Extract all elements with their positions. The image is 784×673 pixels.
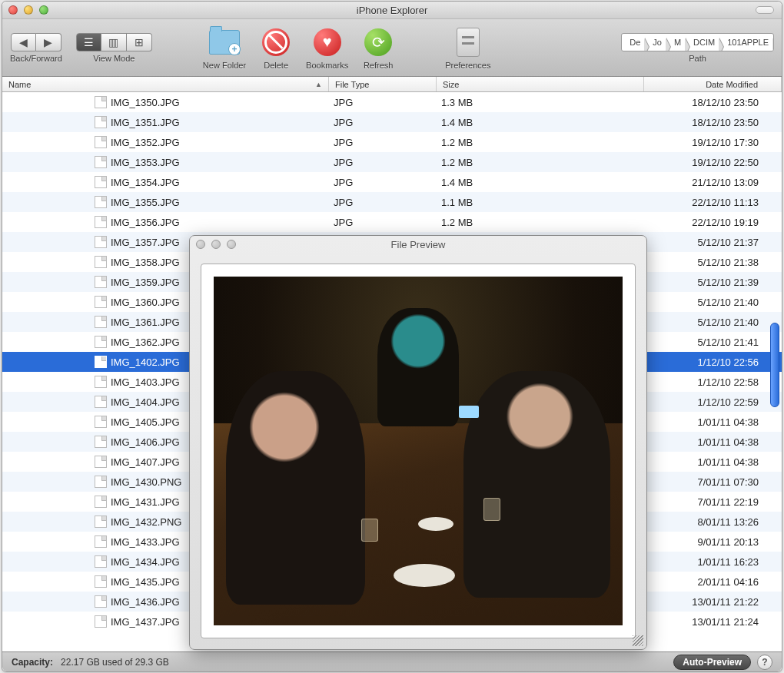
header-size[interactable]: Size [437, 77, 644, 91]
header-name[interactable]: Name▲ [2, 77, 329, 91]
file-size: 1.4 MB [437, 177, 644, 188]
file-icon [95, 176, 107, 188]
breadcrumb[interactable]: DeJoMDCIM101APPLE [621, 33, 774, 51]
icon-view-button[interactable]: ⊞ [127, 33, 152, 51]
column-view-button[interactable]: ▥ [101, 33, 127, 51]
delete-button[interactable]: Delete [260, 26, 292, 70]
file-name: IMG_1357.JPG [111, 237, 180, 248]
capacity-value: 22.17 GB used of 29.3 GB [61, 657, 169, 668]
file-icon [95, 615, 107, 628]
file-icon [95, 476, 107, 488]
toolbar-toggle-icon[interactable] [756, 6, 774, 14]
folder-plus-icon [209, 30, 240, 55]
preview-titlebar[interactable]: File Preview [190, 236, 646, 253]
file-icon [95, 96, 107, 108]
file-name: IMG_1434.JPG [111, 556, 180, 568]
file-name: IMG_1407.JPG [111, 456, 180, 468]
toolbar: ◀ ▶ Back/Forward ☰ ▥ ⊞ View Mode New Fol… [2, 19, 782, 77]
window-title: iPhone Explorer [2, 5, 782, 16]
minimize-icon[interactable] [24, 5, 33, 15]
titlebar: iPhone Explorer [2, 2, 782, 19]
file-icon [95, 376, 107, 388]
file-name: IMG_1406.JPG [111, 436, 180, 448]
file-date: 5/12/10 21:41 [644, 336, 782, 348]
file-size: 1.2 MB [437, 157, 644, 168]
file-name: IMG_1354.JPG [111, 177, 180, 188]
auto-preview-button[interactable]: Auto-Preview [673, 655, 751, 670]
file-icon [95, 336, 107, 348]
file-type: JPG [329, 97, 437, 108]
list-view-button[interactable]: ☰ [76, 33, 101, 51]
file-name: IMG_1435.JPG [111, 576, 180, 588]
window-controls [2, 5, 48, 15]
sliders-icon [457, 28, 480, 57]
table-row[interactable]: IMG_1356.JPGJPG1.2 MB22/12/10 19:19 [2, 212, 782, 232]
file-name: IMG_1432.PNG [111, 516, 182, 528]
file-date: 22/12/10 19:19 [644, 217, 782, 228]
heart-icon: ♥ [314, 28, 341, 56]
file-name: IMG_1359.JPG [111, 277, 180, 288]
file-size: 1.2 MB [437, 137, 644, 148]
file-icon [95, 416, 107, 428]
file-type: JPG [329, 137, 437, 148]
file-type: JPG [329, 217, 437, 228]
vertical-scrollbar[interactable] [768, 92, 780, 651]
header-date-modified[interactable]: Date Modified [644, 77, 782, 91]
file-name: IMG_1358.JPG [111, 257, 180, 268]
close-icon[interactable] [8, 5, 18, 15]
file-icon [95, 196, 107, 208]
sort-asc-icon: ▲ [315, 81, 322, 88]
header-file-type[interactable]: File Type [329, 77, 437, 91]
file-date: 5/12/10 21:40 [644, 297, 782, 308]
file-date: 13/01/11 21:24 [644, 616, 782, 628]
preferences-button[interactable]: Preferences [445, 26, 490, 70]
table-row[interactable]: IMG_1355.JPGJPG1.1 MB22/12/10 11:13 [2, 192, 782, 212]
no-entry-icon [262, 28, 290, 56]
file-date: 22/12/10 11:13 [644, 197, 782, 208]
preview-window[interactable]: File Preview [189, 235, 647, 650]
file-size: 1.2 MB [437, 217, 644, 228]
file-date: 5/12/10 21:37 [644, 237, 782, 248]
path-label: Path [689, 54, 706, 63]
scrollbar-thumb[interactable] [770, 323, 779, 407]
table-row[interactable]: IMG_1351.JPGJPG1.4 MB18/12/10 23:50 [2, 112, 782, 132]
breadcrumb-segment[interactable]: DCIM [686, 38, 719, 47]
table-row[interactable]: IMG_1350.JPGJPG1.3 MB18/12/10 23:50 [2, 92, 782, 112]
file-icon [95, 516, 107, 528]
file-icon [95, 436, 107, 448]
preview-title: File Preview [190, 239, 646, 250]
breadcrumb-segment[interactable]: De [622, 38, 645, 47]
file-icon [95, 136, 107, 148]
resize-grip-icon[interactable] [633, 635, 643, 646]
file-icon [95, 555, 107, 568]
file-icon [95, 216, 107, 228]
file-icon [95, 496, 107, 508]
new-folder-button[interactable]: New Folder [203, 26, 246, 70]
file-name: IMG_1355.JPG [111, 197, 180, 208]
breadcrumb-segment[interactable]: 101APPLE [719, 38, 773, 47]
zoom-icon[interactable] [39, 5, 48, 15]
file-type: JPG [329, 117, 437, 128]
help-icon[interactable]: ? [757, 655, 772, 670]
table-row[interactable]: IMG_1353.JPGJPG1.2 MB19/12/10 22:50 [2, 152, 782, 172]
header-type-label: File Type [335, 80, 369, 89]
header-size-label: Size [443, 80, 459, 89]
file-icon [95, 156, 107, 168]
file-date: 19/12/10 22:50 [644, 157, 782, 168]
bookmarks-button[interactable]: ♥ Bookmarks [306, 26, 348, 70]
file-date: 21/12/10 13:09 [644, 177, 782, 188]
refresh-button[interactable]: ⟳ Refresh [362, 26, 394, 70]
forward-button[interactable]: ▶ [36, 33, 61, 51]
file-name: IMG_1362.JPG [111, 336, 180, 348]
table-row[interactable]: IMG_1352.JPGJPG1.2 MB19/12/10 17:30 [2, 132, 782, 152]
file-icon [95, 356, 107, 368]
file-date: 8/01/11 13:26 [644, 516, 782, 528]
file-icon [95, 316, 107, 328]
header-date-label: Date Modified [706, 80, 758, 89]
file-type: JPG [329, 157, 437, 168]
column-headers: Name▲ File Type Size Date Modified [2, 77, 782, 92]
file-icon [95, 456, 107, 468]
file-size: 1.3 MB [437, 97, 644, 108]
back-button[interactable]: ◀ [11, 33, 36, 51]
table-row[interactable]: IMG_1354.JPGJPG1.4 MB21/12/10 13:09 [2, 172, 782, 192]
